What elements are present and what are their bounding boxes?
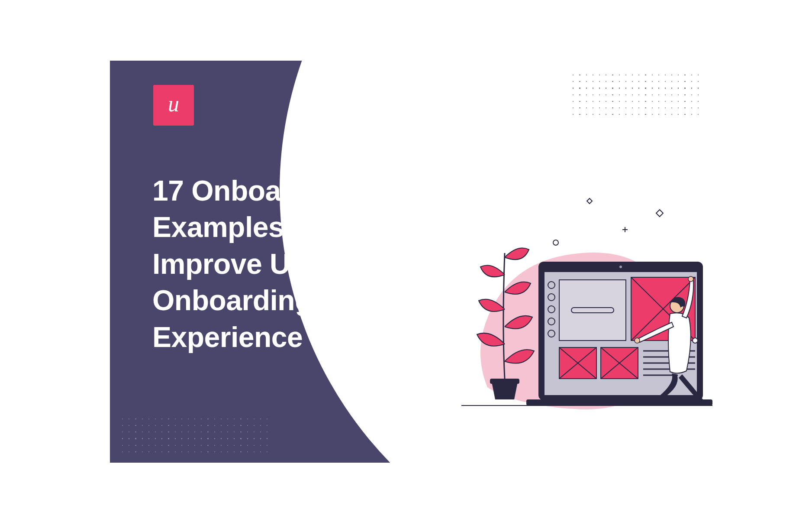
dot-grid-top <box>573 75 699 115</box>
svg-point-29 <box>688 276 693 282</box>
logo-letter: u <box>168 93 179 115</box>
hero-banner: u 17 Onboarding UX Examples to Improve U… <box>110 61 712 463</box>
svg-rect-0 <box>490 379 519 384</box>
sparkle-icon <box>656 210 663 217</box>
sparkle-icon <box>587 198 592 204</box>
svg-rect-1 <box>526 399 712 405</box>
circle-icon <box>553 240 558 245</box>
svg-rect-10 <box>559 280 626 341</box>
plus-icon <box>622 227 628 232</box>
dot-grid-bottom <box>122 418 267 452</box>
brand-logo: u <box>153 85 194 126</box>
svg-point-15 <box>693 338 698 343</box>
svg-point-28 <box>699 401 711 405</box>
ux-illustration <box>461 188 712 431</box>
svg-point-3 <box>619 266 622 268</box>
svg-point-30 <box>635 338 640 343</box>
hero-title: 17 Onboarding UX Examples to Improve Use… <box>152 172 412 355</box>
svg-point-27 <box>650 400 662 404</box>
